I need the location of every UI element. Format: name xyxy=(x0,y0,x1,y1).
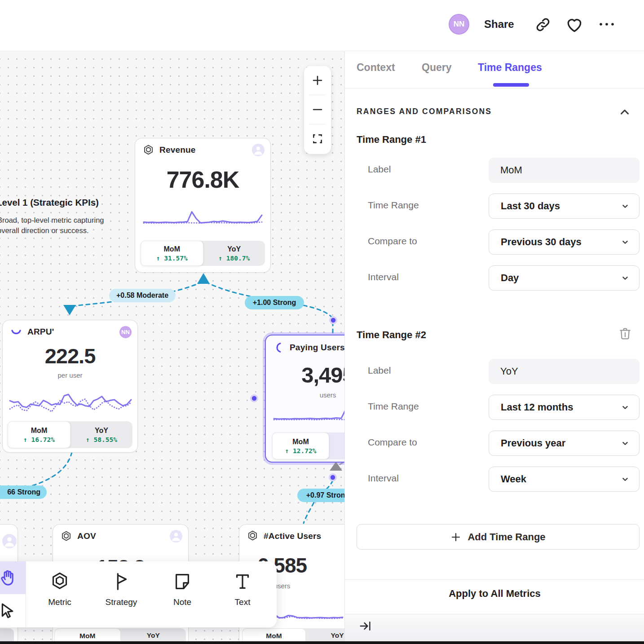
delete-range2-button[interactable] xyxy=(618,326,632,341)
collapse-panel-button[interactable] xyxy=(359,619,372,633)
comparison-chip-row: MoM ↑ 12.72% xyxy=(272,432,344,459)
metric-card-arpu[interactable]: ARPU' NN 222.5 per user MoM ↑ 16.72% YoY… xyxy=(2,320,138,453)
metric-card-revenue[interactable]: Revenue 776.8K MoM ↑ 31.57% YoY ↑ 180.7% xyxy=(135,138,271,273)
panel-footer xyxy=(345,614,644,644)
chip-mom[interactable]: MoM ↑ 12.72% xyxy=(272,432,329,459)
hand-tool-button[interactable] xyxy=(0,561,26,594)
heart-icon xyxy=(565,15,584,34)
settings-panel: Context Query Time Ranges RANGES AND COM… xyxy=(344,51,644,644)
link-icon xyxy=(534,16,551,33)
more-options-button[interactable] xyxy=(598,20,616,29)
chevron-down-icon xyxy=(620,402,630,412)
top-bar: NN Share xyxy=(0,0,644,51)
chevron-down-icon xyxy=(620,237,630,247)
correlation-badge: +1.00 Strong xyxy=(245,296,304,309)
sparkline xyxy=(8,383,133,422)
canvas-toolbar: Metric Strategy Note Text xyxy=(0,561,277,627)
range1-compare-select[interactable]: Previous 30 days xyxy=(489,229,640,255)
text-icon xyxy=(232,571,253,592)
owner-avatar xyxy=(2,534,17,548)
card-title: ARPU' xyxy=(27,327,54,337)
chip-yoy[interactable]: YoY ↑ 58.55% xyxy=(71,421,132,448)
field-label: Label xyxy=(368,164,391,175)
chevron-down-icon xyxy=(620,438,630,448)
cursor-icon xyxy=(0,602,17,620)
card-title: Paying Users' xyxy=(290,343,344,353)
active-tab-indicator xyxy=(493,83,529,87)
plus-icon xyxy=(450,532,461,543)
divider xyxy=(345,88,644,88)
derived-arc-icon xyxy=(10,326,22,338)
card-title: #Active Users xyxy=(264,531,321,541)
ellipsis-icon xyxy=(598,20,616,29)
range2-label-input[interactable]: YoY xyxy=(489,359,640,384)
metric-value: 776.8K xyxy=(135,166,270,193)
range2-compare-select[interactable]: Previous year xyxy=(489,431,640,456)
owner-avatar xyxy=(170,530,182,543)
metric-value: 3,495 xyxy=(266,362,344,388)
chevron-down-icon xyxy=(620,474,630,484)
field-label: Label xyxy=(368,365,391,376)
chip-yoy[interactable] xyxy=(329,432,344,459)
chip-yoy[interactable]: YoY ↑ 180.7% xyxy=(203,241,265,266)
tab-time-ranges[interactable]: Time Ranges xyxy=(478,62,542,74)
chevron-down-icon xyxy=(620,273,630,283)
owner-avatar xyxy=(252,144,265,156)
note-icon xyxy=(172,571,193,592)
range2-interval-select[interactable]: Week xyxy=(489,467,640,492)
tab-query[interactable]: Query xyxy=(422,62,451,74)
fit-screen-button[interactable] xyxy=(304,124,331,153)
metric-value: 222.5 xyxy=(3,344,137,368)
chevron-down-icon xyxy=(620,201,630,211)
tool-strategy[interactable]: Strategy xyxy=(97,571,146,607)
divider xyxy=(345,579,644,580)
sparkline xyxy=(142,206,264,228)
favorite-button[interactable] xyxy=(565,15,584,34)
section-header[interactable]: RANGES AND COMPARISONS xyxy=(357,107,492,116)
tool-metric[interactable]: Metric xyxy=(35,571,84,607)
range1-interval-select[interactable]: Day xyxy=(489,265,640,291)
zoom-out-button[interactable] xyxy=(304,95,331,124)
hand-icon xyxy=(0,569,17,587)
chip-mom[interactable]: MoM ↑ 16.72% xyxy=(8,421,71,448)
field-label: Time Range xyxy=(368,200,419,211)
add-time-range-button[interactable]: Add Time Range xyxy=(357,524,640,550)
field-label: Compare to xyxy=(368,437,417,448)
chip-mom[interactable]: MoM ↑ 31.57% xyxy=(141,241,203,266)
copy-link-button[interactable] xyxy=(534,16,551,33)
select-tool-button[interactable] xyxy=(0,595,26,627)
minus-icon xyxy=(311,103,324,116)
field-label: Interval xyxy=(368,272,399,282)
tab-context[interactable]: Context xyxy=(357,62,395,74)
card-title: Revenue xyxy=(159,145,196,155)
metric-card-paying-users[interactable]: Paying Users' 3,495 users MoM ↑ 12.72% xyxy=(265,335,344,463)
plus-icon xyxy=(311,74,324,87)
metric-unit: per user xyxy=(3,371,137,379)
apply-to-all-metrics-button[interactable]: Apply to All Metrics xyxy=(345,588,644,600)
metric-tree-canvas[interactable]: Level 1 (Strategic KPIs) Broad, top-leve… xyxy=(0,51,344,644)
app-window: Level 1 (Strategic KPIs) Broad, top-leve… xyxy=(0,0,644,644)
collapse-section-button[interactable] xyxy=(618,106,631,119)
card-title: AOV xyxy=(77,531,96,541)
fullscreen-icon xyxy=(312,133,323,145)
range1-time-range-select[interactable]: Last 30 days xyxy=(489,194,640,219)
field-label: Interval xyxy=(368,473,399,484)
metric-hexagon-icon xyxy=(49,571,70,592)
comparison-chip-row: MoM ↑ 16.72% YoY ↑ 58.55% xyxy=(8,421,132,448)
trash-icon xyxy=(618,326,632,341)
zoom-in-button[interactable] xyxy=(304,66,331,95)
metric-hexagon-icon xyxy=(247,530,259,542)
tool-text[interactable]: Text xyxy=(218,571,267,607)
metric-hexagon-icon xyxy=(60,530,72,543)
share-button[interactable]: Share xyxy=(484,18,514,31)
divider xyxy=(26,561,26,627)
tool-note[interactable]: Note xyxy=(158,571,207,607)
range1-label-input[interactable]: MoM xyxy=(489,158,640,183)
correlation-badge: +0.58 Moderate xyxy=(109,289,176,302)
flag-icon xyxy=(111,571,132,592)
range2-time-range-select[interactable]: Last 12 months xyxy=(489,395,640,420)
field-label: Time Range xyxy=(368,401,419,412)
range1-title: Time Range #1 xyxy=(357,134,426,146)
user-avatar[interactable]: NN xyxy=(449,14,469,35)
derived-arc-icon xyxy=(273,342,285,353)
